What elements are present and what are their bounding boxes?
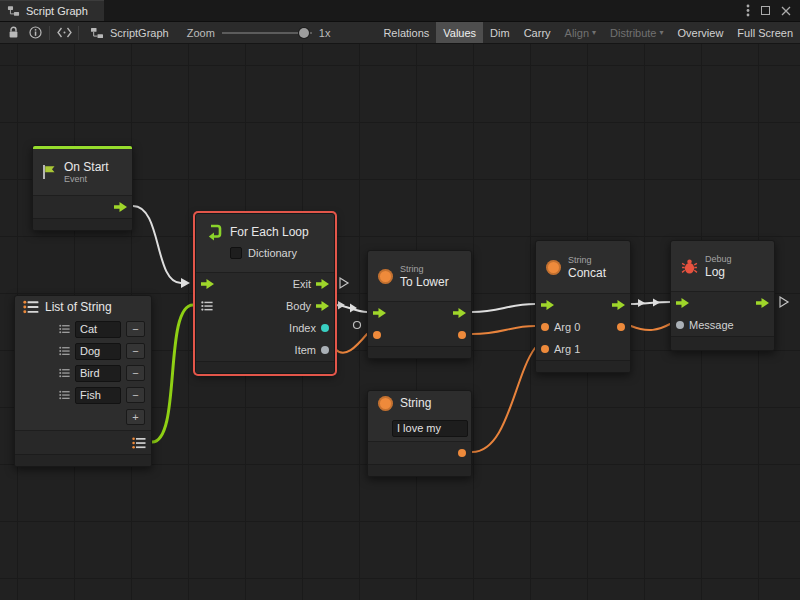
wire-tolower-to-concat[interactable] — [472, 304, 535, 312]
node-concat[interactable]: String Concat Arg 0 — [535, 240, 631, 373]
arg1-port[interactable]: Arg 1 — [541, 343, 580, 355]
list-item-row: − — [15, 318, 151, 340]
wire-concat-to-message[interactable] — [631, 324, 670, 330]
value-port-dot — [458, 331, 466, 339]
code-glyph — [57, 27, 72, 38]
unconnected-value-indicator — [354, 322, 361, 329]
flow-output-port[interactable] — [453, 308, 466, 318]
node-on-start[interactable]: On Start Event — [32, 145, 133, 231]
code-toggle-icon[interactable] — [53, 22, 75, 44]
window-menu-icon[interactable] — [746, 4, 750, 17]
toolbar-toggles: Relations Values Dim Carry Align ▾ Distr… — [376, 22, 800, 43]
breadcrumb[interactable]: ScriptGraph — [82, 22, 177, 44]
toolbar-button-overview[interactable]: Overview — [671, 22, 731, 43]
flow-output-port[interactable] — [756, 298, 769, 308]
wire-arrowhead — [638, 299, 645, 307]
info-glyph — [29, 26, 42, 39]
flow-input-port[interactable] — [201, 279, 214, 289]
node-title: For Each Loop — [230, 225, 309, 239]
arg0-port[interactable]: Arg 0 — [541, 321, 580, 333]
flow-input-port[interactable] — [676, 298, 689, 308]
flow-arrow-icon — [316, 279, 329, 289]
toolbar-button-align[interactable]: Align ▾ — [558, 22, 603, 43]
wire-arrowhead — [653, 299, 660, 307]
remove-item-button[interactable]: − — [126, 387, 145, 403]
collection-input-port[interactable] — [201, 301, 213, 312]
port-label: Arg 0 — [554, 321, 580, 333]
toolbar-button-values[interactable]: Values — [436, 22, 483, 43]
flow-arrow-icon — [453, 308, 466, 318]
node-footer — [15, 454, 151, 466]
string-type-icon — [378, 269, 393, 284]
node-to-lower[interactable]: String To Lower — [367, 250, 472, 359]
list-item-icon — [59, 324, 70, 334]
node-footer — [671, 336, 774, 350]
wire-literal-to-arg1[interactable] — [472, 348, 535, 452]
node-footer — [196, 361, 334, 373]
dictionary-checkbox[interactable] — [230, 247, 242, 259]
graph-canvas[interactable]: On Start Event Lis — [0, 44, 800, 600]
node-footer — [368, 464, 471, 476]
tab-script-graph[interactable]: Script Graph — [0, 0, 104, 21]
exit-port[interactable]: Exit — [293, 278, 329, 290]
add-item-button[interactable]: + — [126, 409, 145, 425]
wire-tolower-to-arg0[interactable] — [472, 326, 535, 334]
zoom-slider-handle[interactable] — [299, 28, 309, 38]
remove-item-button[interactable]: − — [126, 321, 145, 337]
wire-arrowhead — [350, 304, 357, 313]
wire-concat-to-log[interactable] — [631, 302, 670, 304]
message-port[interactable]: Message — [676, 319, 734, 331]
dictionary-label: Dictionary — [248, 247, 297, 259]
unconnected-flow-indicator — [780, 297, 788, 307]
flow-output-port[interactable] — [612, 300, 625, 310]
toolbar-button-distribute[interactable]: Distribute ▾ — [603, 22, 670, 43]
remove-item-button[interactable]: − — [126, 365, 145, 381]
string-input-port[interactable] — [373, 331, 381, 339]
list-item-input-3[interactable] — [75, 387, 121, 404]
list-item-icon — [59, 390, 70, 400]
string-output-port[interactable] — [458, 331, 466, 339]
toolbar-button-carry[interactable]: Carry — [517, 22, 558, 43]
toolbar-button-relations[interactable]: Relations — [376, 22, 436, 43]
wire-arrowhead — [181, 278, 190, 288]
maximize-icon[interactable] — [761, 6, 770, 15]
item-port[interactable]: Item — [295, 344, 329, 356]
string-literal-input[interactable] — [392, 420, 468, 437]
node-debug-log[interactable]: Debug Log Message — [670, 240, 775, 351]
port-label: Index — [289, 322, 316, 334]
list-item-input-2[interactable] — [75, 365, 121, 382]
toolbar-button-dim[interactable]: Dim — [483, 22, 517, 43]
flow-arrow-icon — [316, 301, 329, 311]
wire-list-to-foreach[interactable] — [152, 305, 193, 442]
close-icon[interactable] — [781, 6, 791, 16]
chevron-down-icon: ▾ — [592, 28, 596, 37]
flow-input-port[interactable] — [373, 308, 386, 318]
body-port[interactable]: Body — [286, 300, 329, 312]
node-list-of-string[interactable]: List of String − − — [14, 295, 152, 467]
port-label: Item — [295, 344, 316, 356]
flow-output-port[interactable] — [114, 202, 127, 212]
zoom-slider[interactable] — [222, 22, 312, 44]
node-string-literal[interactable]: String — [367, 390, 472, 477]
string-type-icon — [378, 396, 393, 411]
node-for-each-loop[interactable]: For Each Loop Dictionary Exit — [195, 213, 335, 374]
result-output-port[interactable] — [617, 323, 625, 331]
index-port[interactable]: Index — [289, 322, 329, 334]
list-item-input-0[interactable] — [75, 321, 121, 338]
graph-icon — [90, 27, 104, 39]
list-item-input-1[interactable] — [75, 343, 121, 360]
toolbar-button-fullscreen[interactable]: Full Screen — [730, 22, 800, 43]
lock-glyph — [8, 26, 19, 39]
zoom-label: Zoom — [187, 27, 215, 39]
lock-icon[interactable] — [2, 22, 24, 44]
list-output-port[interactable] — [132, 437, 146, 449]
wire-onstart-to-foreach[interactable] — [133, 206, 181, 283]
wire-item-to-tolower[interactable] — [335, 334, 367, 353]
info-icon[interactable] — [24, 22, 46, 44]
string-output-port[interactable] — [458, 449, 466, 457]
remove-item-button[interactable]: − — [126, 343, 145, 359]
list-item-row: − — [15, 384, 151, 406]
flow-arrow-icon — [756, 298, 769, 308]
flow-input-port[interactable] — [541, 300, 554, 310]
node-footer — [368, 346, 471, 358]
